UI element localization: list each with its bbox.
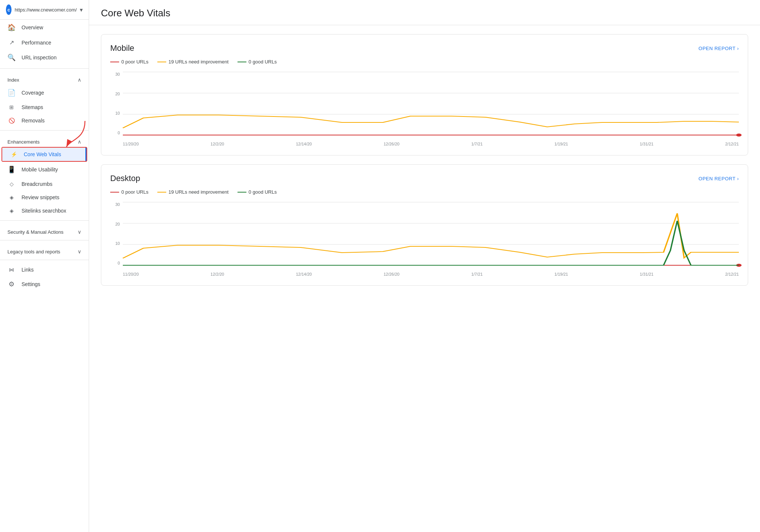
mobile-y-axis: 30 20 10 0 [110,72,121,135]
divider-5 [0,260,89,260]
desktop-chart-inner [123,202,739,265]
y-label-30: 30 [110,72,120,76]
sitemaps-icon: ⊞ [7,104,16,110]
sidebar-item-performance[interactable]: ↗ Performance [0,35,89,50]
desktop-x-7: 2/12/21 [725,272,739,276]
sidebar-header: c https://www.cnewcomer.com/ ▾ [0,0,89,20]
sidebar-item-review-snippets[interactable]: ◈ Review snippets [0,191,89,204]
desktop-poor-indicator [110,192,119,193]
desktop-open-report-link[interactable]: OPEN REPORT › [698,176,739,181]
desktop-chart-area: 30 20 10 0 [110,202,739,276]
mobile-chart-area: 30 20 10 0 [110,72,739,146]
desktop-chart-title: Desktop [110,174,140,183]
sidebar-item-sitemaps[interactable]: ⊞ Sitemaps [0,101,89,114]
home-icon: 🏠 [7,23,16,32]
y-label-10: 10 [110,111,120,115]
divider-1 [0,68,89,69]
desktop-x-1: 12/2/20 [210,272,224,276]
desktop-chart-header: Desktop OPEN REPORT › [110,174,739,183]
active-item-box: ⚡ Core Web Vitals [1,147,87,162]
x-label-0: 11/20/20 [123,142,139,146]
links-icon: ⋈ [7,267,16,273]
search-icon: 🔍 [7,53,16,62]
desktop-good-indicator [238,192,246,193]
mobile-x-axis: 11/20/20 12/2/20 12/14/20 12/26/20 1/7/2… [123,136,739,146]
sidebar-item-breadcrumbs[interactable]: ◇ Breadcrumbs [0,177,89,191]
desktop-x-5: 1/19/21 [554,272,568,276]
sidebar-item-coverage[interactable]: 📄 Coverage [0,85,89,101]
mobile-chart-inner [123,72,739,135]
desktop-chart-svg [123,202,739,265]
breadcrumbs-icon: ◇ [7,181,16,187]
site-icon: c [6,4,12,15]
sidebar-item-overview[interactable]: 🏠 Overview [0,20,89,35]
mobile-icon: 📱 [7,165,16,174]
legend-poor: 0 poor URLs [110,59,148,65]
desktop-legend-needs: 19 URLs need improvement [157,189,229,195]
desktop-legend-poor: 0 poor URLs [110,189,148,195]
legend-needs: 19 URLs need improvement [157,59,229,65]
desktop-y-0: 0 [110,261,120,265]
arrow-annotation: ⚡ Core Web Vitals [0,147,89,162]
y-label-0: 0 [110,131,120,135]
section-legacy[interactable]: Legacy tools and reports ∨ [0,243,89,257]
mobile-chart-card: Mobile OPEN REPORT › 0 poor URLs 19 URLs… [101,34,748,155]
divider-4 [0,240,89,240]
sidebar-item-removals[interactable]: 🚫 Removals [0,114,89,127]
sidebar-item-url-inspection[interactable]: 🔍 URL inspection [0,50,89,65]
x-label-7: 2/12/21 [725,142,739,146]
sidebar-item-mobile-usability[interactable]: 📱 Mobile Usability [0,162,89,177]
page-title: Core Web Vitals [101,7,748,19]
chevron-right-icon: › [737,46,739,51]
legend-good: 0 good URLs [238,59,277,65]
x-label-3: 12/26/20 [384,142,400,146]
x-label-6: 1/31/21 [640,142,653,146]
x-label-4: 1/7/21 [471,142,483,146]
chevron-up-icon: ∧ [78,77,81,83]
sidebar: c https://www.cnewcomer.com/ ▾ 🏠 Overvie… [0,0,89,532]
x-label-2: 12/14/20 [296,142,312,146]
chevron-down-security-icon: ∨ [78,229,81,235]
x-label-1: 12/2/20 [210,142,224,146]
section-index[interactable]: Index ∧ [0,72,89,85]
sidebar-item-sitelinks-searchbox[interactable]: ◈ Sitelinks searchbox [0,204,89,217]
desktop-chevron-right-icon: › [737,176,739,181]
section-security[interactable]: Security & Manual Actions ∨ [0,224,89,237]
desktop-y-axis: 30 20 10 0 [110,202,121,265]
desktop-chart-card: Desktop OPEN REPORT › 0 poor URLs 19 URL… [101,164,748,286]
chevron-up-enhancements-icon: ∧ [78,139,81,145]
dropdown-icon[interactable]: ▾ [80,6,83,13]
core-web-vitals-icon: ⚡ [10,151,18,157]
desktop-x-3: 12/26/20 [384,272,400,276]
sidebar-item-core-web-vitals[interactable]: ⚡ Core Web Vitals [2,148,86,161]
poor-line-indicator [110,62,119,62]
section-enhancements[interactable]: Enhancements ∧ [0,134,89,147]
desktop-y-10: 10 [110,241,120,246]
trending-icon: ↗ [7,39,16,46]
sitelinks-icon: ◈ [7,208,16,214]
sidebar-item-links[interactable]: ⋈ Links [0,263,89,276]
desktop-x-axis: 11/20/20 12/2/20 12/14/20 12/26/20 1/7/2… [123,266,739,276]
desktop-x-0: 11/20/20 [123,272,139,276]
sidebar-item-settings[interactable]: ⚙ Settings [0,276,89,292]
desktop-y-30: 30 [110,202,120,207]
main-content: Core Web Vitals Mobile OPEN REPORT › 0 p… [89,0,760,532]
charts-container: Mobile OPEN REPORT › 0 poor URLs 19 URLs… [89,25,760,295]
desktop-y-20: 20 [110,222,120,226]
x-label-5: 1/19/21 [554,142,568,146]
desktop-x-6: 1/31/21 [640,272,653,276]
mobile-chart-legend: 0 poor URLs 19 URLs need improvement 0 g… [110,59,739,65]
desktop-needs-indicator [157,192,166,193]
mobile-open-report-link[interactable]: OPEN REPORT › [698,46,739,51]
mobile-chart-title: Mobile [110,43,134,53]
page-header: Core Web Vitals [89,0,760,25]
divider-3 [0,220,89,221]
desktop-x-2: 12/14/20 [296,272,312,276]
mobile-chart-svg [123,72,739,135]
desktop-x-4: 1/7/21 [471,272,483,276]
coverage-icon: 📄 [7,89,16,97]
chevron-down-legacy-icon: ∨ [78,249,81,254]
desktop-legend-good: 0 good URLs [238,189,277,195]
good-line-indicator [238,62,246,62]
gear-icon: ⚙ [7,280,16,288]
